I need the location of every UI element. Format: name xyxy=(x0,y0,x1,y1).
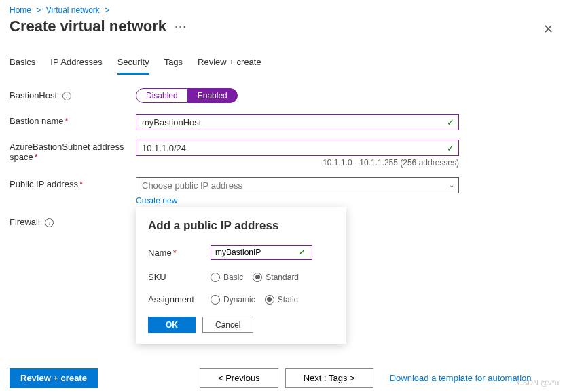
popover-title: Add a public IP address xyxy=(148,219,334,233)
sku-standard-radio[interactable]: Standard xyxy=(253,273,299,282)
subnet-address-input[interactable] xyxy=(136,140,459,156)
label-bastion-name: Bastion name* xyxy=(10,114,136,126)
tab-review-create[interactable]: Review + create xyxy=(198,57,261,75)
public-ip-select[interactable] xyxy=(136,177,459,193)
create-new-link[interactable]: Create new xyxy=(136,196,177,205)
tab-security[interactable]: Security xyxy=(117,57,149,75)
popover-sku-label: SKU xyxy=(148,272,211,282)
public-ip-name-input[interactable] xyxy=(211,245,312,260)
next-button[interactable]: Next : Tags > xyxy=(285,368,373,388)
label-public-ip: Public IP address* xyxy=(10,177,136,189)
label-bastion-host: BastionHost i xyxy=(10,88,136,100)
check-icon: ✓ xyxy=(299,248,306,257)
close-icon[interactable]: ✕ xyxy=(543,22,553,37)
required-indicator: * xyxy=(65,116,69,126)
breadcrumb-virtual-network[interactable]: Virtual network xyxy=(46,5,100,15)
more-actions-icon[interactable]: ··· xyxy=(175,20,187,34)
previous-button[interactable]: < Previous xyxy=(200,368,278,388)
page-title: Create virtual network xyxy=(10,18,166,35)
required-indicator: * xyxy=(173,248,177,258)
subnet-address-hint: 10.1.1.0 - 10.1.1.255 (256 addresses) xyxy=(136,158,459,168)
download-template-link[interactable]: Download a template for automation xyxy=(390,373,532,383)
watermark: CSDN @v*u xyxy=(517,378,559,387)
footer-bar: Review + create < Previous Next : Tags >… xyxy=(0,368,567,388)
info-icon[interactable]: i xyxy=(62,92,71,100)
public-ip-popover: Add a public IP address Name* ✓ SKU Basi… xyxy=(136,207,346,344)
label-firewall: Firewall i xyxy=(10,215,136,227)
popover-assignment-label: Assignment xyxy=(148,294,211,305)
tab-tags[interactable]: Tags xyxy=(164,57,183,75)
required-indicator: * xyxy=(35,152,38,162)
assignment-radio-group: Dynamic Static xyxy=(211,295,334,305)
chevron-right-icon: > xyxy=(105,5,109,15)
chevron-right-icon: > xyxy=(36,5,41,15)
toggle-disabled[interactable]: Disabled xyxy=(136,88,188,103)
popover-name-label: Name* xyxy=(148,248,211,258)
page-header: Create virtual network ··· xyxy=(0,15,567,39)
review-create-button[interactable]: Review + create xyxy=(10,368,98,388)
radio-icon xyxy=(265,295,274,305)
sku-basic-radio[interactable]: Basic xyxy=(211,273,243,282)
ok-button[interactable]: OK xyxy=(148,317,196,333)
bastion-host-toggle: Disabled Enabled xyxy=(136,88,238,103)
tab-ip-addresses[interactable]: IP Addresses xyxy=(50,57,102,75)
sku-radio-group: Basic Standard xyxy=(211,273,334,282)
cancel-button[interactable]: Cancel xyxy=(202,317,253,333)
radio-icon xyxy=(211,273,220,282)
breadcrumb-home[interactable]: Home xyxy=(10,5,31,15)
assignment-dynamic-radio[interactable]: Dynamic xyxy=(211,295,255,305)
radio-icon xyxy=(211,295,220,305)
tab-basics[interactable]: Basics xyxy=(10,57,35,75)
bastion-name-input[interactable] xyxy=(136,114,459,130)
info-icon[interactable]: i xyxy=(45,218,54,227)
assignment-static-radio[interactable]: Static xyxy=(265,295,298,305)
required-indicator: * xyxy=(79,179,83,189)
label-subnet-address-space: AzureBastionSubnet address space* xyxy=(10,140,136,162)
radio-icon xyxy=(253,273,262,282)
tab-bar: Basics IP Addresses Security Tags Review… xyxy=(0,39,567,75)
breadcrumb: Home > Virtual network > xyxy=(0,0,567,15)
toggle-enabled[interactable]: Enabled xyxy=(188,88,238,103)
